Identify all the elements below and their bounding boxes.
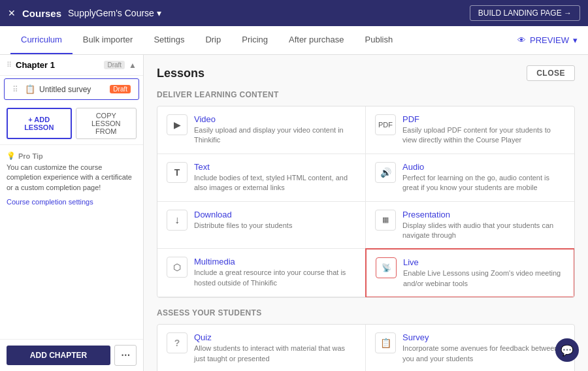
copy-lesson-button[interactable]: COPY LESSON FROM xyxy=(76,108,137,139)
video-icon: ▶ xyxy=(167,114,188,135)
multimedia-icon: ⬡ xyxy=(167,257,188,278)
live-title: Live xyxy=(403,257,564,267)
live-desc: Enable Live Lessons using Zoom's video m… xyxy=(403,268,564,289)
course-name[interactable]: SupplyGem's Course xyxy=(68,8,154,18)
chat-bubble[interactable]: 💬 xyxy=(555,338,579,362)
lesson-card-multimedia[interactable]: ⬡ Multimedia Include a great resource in… xyxy=(157,249,366,297)
sidebar: ⠿ Chapter 1 Draft ▲ ⠿ 📋 Untitled survey … xyxy=(0,55,144,371)
multimedia-desc: Include a great resource into your cours… xyxy=(194,268,356,288)
sidebar-bottom: ADD CHAPTER ⋯ xyxy=(0,339,143,371)
download-title: Download xyxy=(194,210,356,219)
audio-title: Audio xyxy=(402,162,565,172)
course-completion-link[interactable]: Course completion settings xyxy=(7,198,93,206)
preview-chevron-icon: ▾ xyxy=(573,35,578,45)
assess-section-label: Assess your students xyxy=(157,308,575,317)
pdf-title: PDF xyxy=(402,114,565,124)
survey-icon: 📋 xyxy=(25,84,35,94)
tab-publish[interactable]: Publish xyxy=(355,26,404,54)
course-chevron-icon[interactable]: ▾ xyxy=(157,8,161,18)
pro-tip-section: 💡 Pro Tip You can customize the course c… xyxy=(0,144,143,339)
deliver-section-label: Deliver learning content xyxy=(157,90,575,99)
multimedia-title: Multimedia xyxy=(194,257,356,266)
sidebar-action-buttons: + ADD LESSON COPY LESSON FROM xyxy=(0,103,143,144)
app-title: Courses xyxy=(22,8,61,19)
lesson-item[interactable]: ⠿ 📋 Untitled survey Draft xyxy=(4,78,139,100)
lesson-card-pdf[interactable]: PDF PDF Easily upload PDF content for yo… xyxy=(366,106,574,154)
pro-tip-text: You can customize the course completion … xyxy=(7,163,137,193)
close-lessons-button[interactable]: CLOSE xyxy=(527,65,575,81)
lesson-card-video[interactable]: ▶ Video Easily upload and display your v… xyxy=(157,106,366,154)
download-icon: ↓ xyxy=(167,210,188,231)
quiz-icon: ? xyxy=(167,332,188,353)
pdf-icon: PDF xyxy=(375,114,396,135)
tab-after-purchase[interactable]: After purchase xyxy=(278,26,355,54)
text-desc: Include bodies of text, styled HTML cont… xyxy=(194,173,356,193)
lesson-draft-badge: Draft xyxy=(110,85,131,93)
presentation-title: Presentation xyxy=(402,210,565,219)
drag-handle-icon: ⠿ xyxy=(12,85,18,94)
lightbulb-icon: 💡 xyxy=(7,152,16,160)
lesson-card-audio[interactable]: 🔊 Audio Perfect for learning on the go, … xyxy=(366,154,574,202)
close-icon[interactable]: ✕ xyxy=(8,8,16,18)
lessons-header: Lessons CLOSE xyxy=(157,65,575,81)
chapter-draft-badge: Draft xyxy=(104,61,125,69)
lesson-card-survey[interactable]: 📋 Survey Incorporate some avenues for fe… xyxy=(366,325,574,371)
tab-bulk-importer[interactable]: Bulk importer xyxy=(73,26,144,54)
collapse-icon[interactable]: ▲ xyxy=(129,61,137,70)
content-area: Lessons CLOSE Deliver learning content ▶… xyxy=(144,55,588,371)
lesson-card-presentation[interactable]: ▦ Presentation Display slides with audio… xyxy=(366,202,574,250)
preview-button[interactable]: 👁 PREVIEW ▾ xyxy=(517,26,578,54)
audio-icon: 🔊 xyxy=(375,162,396,183)
video-desc: Easily upload and display your video con… xyxy=(194,125,356,146)
add-lesson-button[interactable]: + ADD LESSON xyxy=(7,108,72,139)
tab-drip[interactable]: Drip xyxy=(195,26,231,54)
chapter-title: Chapter 1 xyxy=(16,60,55,70)
more-options-button[interactable]: ⋯ xyxy=(114,345,137,366)
lesson-card-live[interactable]: 📡 Live Enable Live Lessons using Zoom's … xyxy=(365,248,575,298)
text-title: Text xyxy=(194,162,356,172)
pro-tip-label: Pro Tip xyxy=(18,152,43,160)
video-title: Video xyxy=(194,114,356,124)
presentation-desc: Display slides with audio that your stud… xyxy=(402,221,565,241)
tab-pricing[interactable]: Pricing xyxy=(231,26,278,54)
presentation-icon: ▦ xyxy=(375,210,396,231)
survey-title: Survey xyxy=(402,332,565,342)
lesson-card-download[interactable]: ↓ Download Distribute files to your stud… xyxy=(157,202,366,250)
live-icon: 📡 xyxy=(376,257,397,278)
quiz-desc: Allow students to interact with material… xyxy=(194,344,356,364)
pdf-desc: Easily upload PDF content for your stude… xyxy=(402,125,565,146)
download-desc: Distribute files to your students xyxy=(194,221,356,231)
top-navigation: ✕ Courses SupplyGem's Course ▾ BUILD LAN… xyxy=(0,0,588,26)
survey-desc: Incorporate some avenues for feedback be… xyxy=(402,344,565,364)
add-chapter-button[interactable]: ADD CHAPTER xyxy=(7,346,110,365)
drag-handle-icon: ⠿ xyxy=(7,61,12,69)
text-icon: T xyxy=(167,162,188,183)
lesson-card-text[interactable]: T Text Include bodies of text, styled HT… xyxy=(157,154,366,202)
eye-icon: 👁 xyxy=(517,35,526,45)
tab-settings[interactable]: Settings xyxy=(143,26,195,54)
lesson-card-quiz[interactable]: ? Quiz Allow students to interact with m… xyxy=(157,325,366,371)
tab-curriculum[interactable]: Curriculum xyxy=(10,26,73,54)
assess-lessons-grid: ? Quiz Allow students to interact with m… xyxy=(157,324,575,371)
lessons-title: Lessons xyxy=(157,67,204,80)
secondary-navigation: Curriculum Bulk importer Settings Drip P… xyxy=(0,26,588,55)
lesson-name: Untitled survey xyxy=(39,85,91,94)
quiz-title: Quiz xyxy=(194,332,356,342)
build-landing-button[interactable]: BUILD LANDING PAGE → xyxy=(470,5,580,21)
survey-icon: 📋 xyxy=(375,332,396,353)
audio-desc: Perfect for learning on the go, audio co… xyxy=(402,173,565,193)
deliver-lessons-grid: ▶ Video Easily upload and display your v… xyxy=(157,106,575,298)
chapter-header: ⠿ Chapter 1 Draft ▲ xyxy=(0,55,143,76)
